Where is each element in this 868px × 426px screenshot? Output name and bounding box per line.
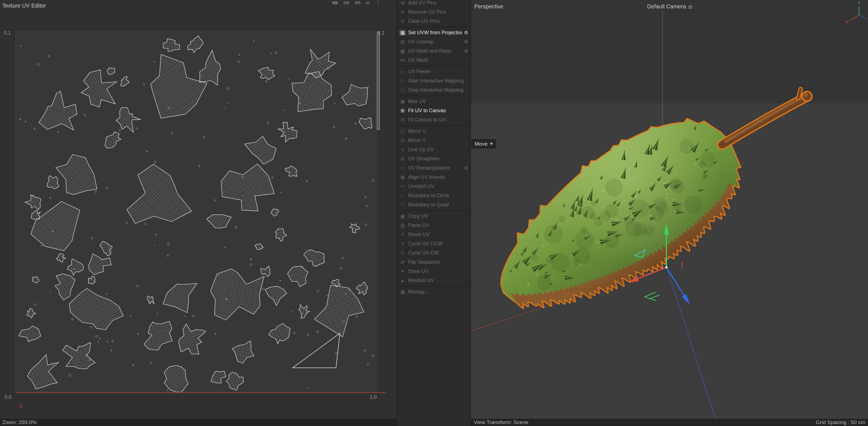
copy-icon: ▣ <box>399 213 406 219</box>
menu-item-remove-uv-pins[interactable]: ⊖Remove UV Pins <box>397 7 470 17</box>
gear-icon[interactable]: ⚙ <box>464 30 468 36</box>
uv-status-bar: Zoom: 259.0% <box>0 419 396 426</box>
unstitch-icon: ✂ <box>399 183 406 189</box>
menu-item-restore-uv[interactable]: ▲Restore UV <box>397 276 470 285</box>
menu-item-label: Stop Interactive Mapping <box>408 87 468 93</box>
menu-item-uv-weld-and-relax[interactable]: ▩UV Weld and Relax⚙ <box>397 47 470 56</box>
peeler-icon: ◇ <box>399 69 406 74</box>
menu-item-start-interactive-mapping[interactable]: ▷Start Interactive Mapping <box>397 76 470 86</box>
menu-item-label: Remove UV Pins <box>408 9 468 15</box>
menu-item-unstitch-uv[interactable]: ✂Unstitch UV <box>397 182 470 191</box>
dots-icon[interactable]: ⋮ <box>375 0 381 4</box>
menu-item-reset-uv[interactable]: ↺Reset UV <box>397 230 470 239</box>
align-islands-icon: ▦ <box>399 174 406 180</box>
menu-item-copy-uv[interactable]: ▣Copy UV <box>397 212 470 221</box>
menu-item-label: Cycle UV CW <box>408 250 468 256</box>
list-icon[interactable]: ▥ <box>354 0 361 4</box>
reset-icon: ↺ <box>399 232 406 238</box>
menu-separator <box>397 286 470 286</box>
menu-item-label: Line Up UV <box>408 147 468 153</box>
menu-item-add-uv-pins[interactable]: ⊕Add UV Pins <box>397 0 470 7</box>
menu-item-label: Restore UV <box>408 278 468 283</box>
menu-item-label: UV Weld and Relax <box>408 48 462 54</box>
menu-item-label: UV Rectangularize <box>408 165 462 171</box>
rectangularize-icon: ▭ <box>399 165 406 171</box>
paste-icon: ▤ <box>399 222 406 228</box>
menu-item-label: Reset UV <box>408 232 468 238</box>
menu-item-label: Store UV <box>408 268 468 274</box>
gear-icon[interactable]: ⚙ <box>464 48 468 54</box>
texture-uv-editor-panel: Texture UV Editor ▦▤▥≡⋮ 0,1 1,1 0,0 1,0 … <box>0 0 396 426</box>
menu-item-mirror-v[interactable]: ⊡Mirror V <box>397 136 470 145</box>
menu-item-uv-unwrap[interactable]: ▧UV Unwrap⚙ <box>397 37 470 47</box>
menu-item-line-up-uv[interactable]: ≡Line Up UV <box>397 145 470 154</box>
menu-separator <box>397 125 470 126</box>
menu-item-paste-uv[interactable]: ▤Paste UV <box>397 221 470 230</box>
camera-options-icon[interactable]: ▤ <box>688 4 692 9</box>
menu-item-label: Remap... <box>408 289 468 295</box>
menu-item-store-uv[interactable]: ▼Store UV <box>397 267 470 276</box>
uv-corner-label-top-left: 0,1 <box>4 30 11 36</box>
straighten-icon: ≣ <box>399 156 406 162</box>
grid-icon[interactable]: ▦ <box>332 0 338 4</box>
menu-item-fit-uv-to-canvas[interactable]: ⊞Fit UV to Canvas <box>397 106 470 115</box>
menu-item-align-uv-islands[interactable]: ▦Align UV Islands <box>397 173 470 182</box>
menu-icon[interactable]: ≡ <box>366 0 370 4</box>
menu-item-remap[interactable]: ▦Remap... <box>397 287 470 297</box>
top-toolbar: ▦▤▥≡⋮ <box>332 0 381 4</box>
viewport-view-label[interactable]: Perspective <box>474 3 504 10</box>
menu-item-mirror-u[interactable]: ◫Mirror U <box>397 127 470 136</box>
mirror-u-icon: ◫ <box>399 128 406 134</box>
menu-item-stop-interactive-mapping[interactable]: ◻Stop Interactive Mapping <box>397 86 470 95</box>
menu-item-label: Flip Sequence <box>408 259 468 265</box>
uv-vertical-scrollbar[interactable] <box>377 32 380 130</box>
zoom-status: Zoom: 259.0% <box>2 419 37 425</box>
flip-sequence-icon: ⇄ <box>399 259 406 265</box>
active-tool-indicator: Move + <box>472 139 496 148</box>
menu-item-label: Align UV Islands <box>408 174 468 180</box>
mirror-v-icon: ⊡ <box>399 138 406 143</box>
menu-item-label: UV Unwrap <box>408 39 462 45</box>
menu-item-label: Fit Canvas to UV <box>408 117 468 123</box>
viewport-canvas[interactable] <box>471 0 868 419</box>
layout-icon[interactable]: ▤ <box>343 0 350 4</box>
view-transform-status: View Transform: Scene <box>474 419 528 425</box>
menu-item-fit-canvas-to-uv[interactable]: ⊟Fit Canvas to UV <box>397 115 470 124</box>
menu-separator <box>397 210 470 211</box>
fit-uv-icon: ⊞ <box>399 108 406 114</box>
perspective-viewport: Perspective Default Camera ▤ Move + View… <box>471 0 868 426</box>
uv-corner-label-bottom-left: 0,0 <box>4 394 11 400</box>
menu-item-label: Cycle UV CCW <box>408 241 468 247</box>
application-window: Texture UV Editor ▦▤▥≡⋮ 0,1 1,1 0,0 1,0 … <box>0 0 868 426</box>
grid-spacing-status: Grid Spacing : 50 cm <box>816 419 865 425</box>
menu-item-label: Clear UV Pins <box>408 19 468 24</box>
stop-mapping-icon: ◻ <box>399 87 406 93</box>
gear-icon[interactable]: ⚙ <box>464 39 468 45</box>
cycle-cw-icon: ↻ <box>399 250 406 256</box>
orientation-axes-gizmo[interactable] <box>844 2 866 26</box>
move-gizmo[interactable] <box>627 223 708 309</box>
menu-item-boundary-to-quad[interactable]: □Boundary to Quad <box>397 200 470 209</box>
restore-icon: ▲ <box>399 278 406 283</box>
menu-item-uv-peeler[interactable]: ◇UV Peeler <box>397 67 470 76</box>
menu-item-cycle-uv-cw[interactable]: ↻Cycle UV CW <box>397 248 470 257</box>
pin-add-icon: ⊕ <box>399 0 406 6</box>
menu-item-max-uv[interactable]: ▣Max UV <box>397 97 470 106</box>
menu-list: ⊕Add UV Pins⊖Remove UV Pins⊘Clear UV Pin… <box>397 0 470 297</box>
menu-item-boundary-to-circle[interactable]: ○Boundary to Circle <box>397 191 470 200</box>
menu-item-uv-straighten[interactable]: ≣UV Straighten <box>397 154 470 163</box>
menu-item-clear-uv-pins[interactable]: ⊘Clear UV Pins <box>397 17 470 26</box>
menu-item-label: Start Interactive Mapping <box>408 78 468 84</box>
viewport-camera-label[interactable]: Default Camera ▤ <box>647 3 692 10</box>
menu-item-uv-rectangularize[interactable]: ▭UV Rectangularize⚙ <box>397 163 470 173</box>
uv-canvas[interactable] <box>16 31 376 393</box>
menu-separator <box>397 66 470 66</box>
gear-icon[interactable]: ⚙ <box>464 165 468 171</box>
menu-item-set-uvw-from-projection[interactable]: ▦Set UVW from Projection⚙ <box>397 28 470 37</box>
boundary-quad-icon: □ <box>399 202 406 208</box>
menu-separator <box>397 27 470 27</box>
menu-item-cycle-uv-ccw[interactable]: ↺Cycle UV CCW <box>397 239 470 248</box>
menu-item-flip-sequence[interactable]: ⇄Flip Sequence <box>397 257 470 267</box>
store-icon: ▼ <box>399 269 406 274</box>
menu-item-uv-weld[interactable]: ⋈UV Weld <box>397 56 470 65</box>
